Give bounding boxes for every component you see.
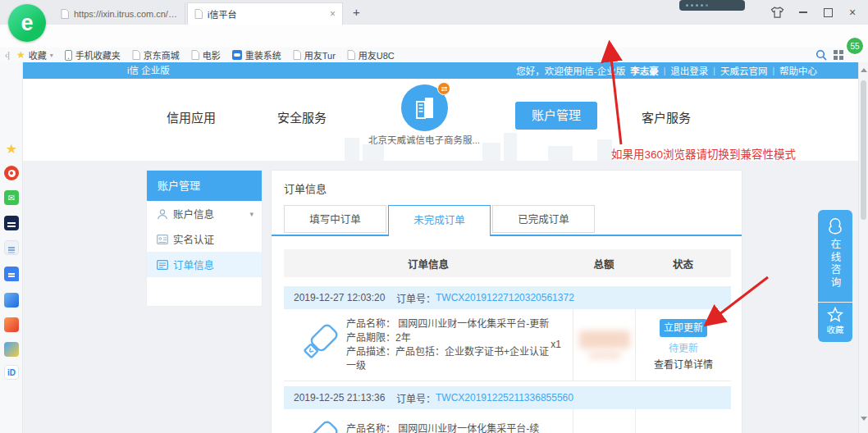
floating-widget: 在线咨询 收藏 [818,210,852,342]
game-icon-3[interactable] [4,342,19,357]
annotation-text: 如果用360浏览器请切换到兼容性模式 [611,145,796,162]
order-tabs: 填写中订单 未完成订单 已完成订单 [284,205,595,236]
site-topbar: i信 企业版 您好，欢迎使用i信-企业版 李志豪 | 退出登录 | 天威云官网 … [23,62,858,79]
online-consult-button[interactable]: 在线咨询 [818,210,852,302]
page-icon [293,50,301,60]
caret-down-icon: ▾ [50,52,53,59]
browser-tab-1[interactable]: https://ixin.itrus.com.cn/query [54,2,185,25]
close-tab-icon[interactable]: × [330,8,336,20]
page-icon [132,50,140,60]
tab-unfinished-orders[interactable]: 未完成订单 [388,205,491,236]
restore-button[interactable] [820,6,835,19]
sidebar-item-orders[interactable]: 订单信息 [147,252,262,277]
help-center-link[interactable]: 帮助中心 [779,64,817,77]
browser-toolbar: 证 企业 https://ixin.itrus.com.cn/billWeb e… [0,25,868,48]
order-row-header: 2019-12-25 21:13:36 订单号： TWCX20191225211… [284,386,731,409]
notification-badge[interactable]: 55 [845,36,865,56]
orders-panel: 订单信息 填写中订单 未完成订单 已完成订单 订单信息 总额 状态 2019-1… [271,170,742,433]
new-tab-button[interactable]: + [353,5,360,19]
scrollbar[interactable] [858,62,868,433]
topbar-links: 您好，欢迎使用i信-企业版 李志豪 | 退出登录 | 天威云官网 | 帮助中心 [516,62,817,79]
bookmark-search-icon[interactable] [815,49,827,61]
close-button[interactable]: × [845,6,860,19]
tab-title: https://ixin.itrus.com.cn/query [74,9,178,19]
product-term: 产品期限：2年 [346,331,558,345]
user-name: 李志豪 [630,64,659,77]
id-card-icon [157,235,168,244]
sidebar-item-account-info[interactable]: 账户信息 ▾ [147,201,262,226]
bookmark-yonyou-tur[interactable]: 用友Tur [293,48,336,62]
tab-finished-orders[interactable]: 已完成订单 [492,205,595,233]
nav-credit[interactable]: 信用应用 [146,108,236,125]
order-date: 2019-12-25 21:13:36 [294,392,396,403]
apps-grid-icon[interactable] [834,50,843,60]
view-order-detail-link[interactable]: 查看订单详情 [654,357,713,371]
order-no-label: 订单号： [396,391,436,405]
favorites-star-icon[interactable]: ★ [4,141,19,156]
scroll-up-icon[interactable] [861,68,867,72]
cloud-site-link[interactable]: 天威云官网 [720,64,768,77]
browser-window: https://ixin.itrus.com.cn/query i信平台 × +… [0,0,868,433]
skin-button[interactable] [770,6,784,19]
bookmark-phone-folder[interactable]: 手机收藏夹 [65,48,121,62]
status-text: 待更新 [669,340,698,354]
chat-icon[interactable] [4,267,19,281]
order-row-header: 2019-12-27 12:03:20 订单号： TWCX20191227120… [284,286,731,309]
page-icon [194,9,203,19]
nav-account-management[interactable]: 账户管理 [515,102,597,130]
nav-customer-service[interactable]: 客户服务 [621,108,711,125]
order-no-label: 订单号： [396,291,436,305]
minimize-button[interactable] [796,6,811,19]
page-icon [61,9,69,19]
col-status: 状态 [635,256,731,271]
bookmark-yonyou-u8c[interactable]: 用友U8C [347,48,395,62]
title-bar: https://ixin.itrus.com.cn/query i信平台 × +… [0,0,868,25]
browser-tab-2-active[interactable]: i信平台 × [187,2,343,25]
nav-security[interactable]: 安全服务 [257,108,347,125]
app-icon [232,50,242,60]
bookmark-favorites[interactable]: ★ 收藏 ▾ [16,48,53,62]
site-nav: 信用应用 安全服务 北京天威诚信电子商务服... 账户管理 客户服务 如果用36… [23,79,858,161]
product-name: 产品名称： 国网四川业财一体化集采平台-更新 [346,317,558,331]
logo-caption: 北京天威诚信电子商务服... [342,133,506,146]
id-app-icon[interactable]: iD [4,365,19,380]
tab-title: i信平台 [208,7,325,21]
logout-link[interactable]: 退出登录 [670,64,708,77]
bookmark-jd[interactable]: 京东商城 [132,48,180,62]
collect-label: 收藏 [827,323,844,335]
order-no-link[interactable]: TWCX20191225211336855560 [436,392,573,403]
collapse-sidebar-icon[interactable]: ‹| [5,51,10,60]
sidebar-item-realname[interactable]: 实名认证 [147,226,262,252]
weibo-icon[interactable] [4,166,19,180]
product-name: 产品名称： 国网四川业财一体化集采平台-续 [346,422,558,433]
building-icon [414,97,436,120]
phone-icon [65,50,72,61]
collect-button[interactable]: 收藏 [818,303,852,342]
mail-icon[interactable]: ✉ [4,190,19,205]
order-list-icon [157,260,168,270]
bookmark-movies[interactable]: 电影 [191,48,221,62]
scrollbar-thumb[interactable] [861,80,866,220]
star-icon: ★ [16,50,25,60]
game-icon-2[interactable] [4,317,19,332]
bookmark-reinstall[interactable]: 重装系统 [232,48,281,62]
update-now-button[interactable]: 立即更新 [660,319,707,337]
price-cell [573,309,635,381]
usb-drive-icon [297,319,340,370]
order-row-detail: 产品名称： 国网四川业财一体化集采平台-续 [284,409,731,433]
redacted-price-small [589,351,620,359]
sidebar-header: 账户管理 [147,171,262,201]
web-page: i信 企业版 您好，欢迎使用i信-企业版 李志豪 | 退出登录 | 天威云官网 … [23,62,858,433]
table-header: 订单信息 总额 状态 [284,249,731,277]
quantity: x1 [550,339,561,350]
game-icon-1[interactable] [4,293,19,308]
order-no-link[interactable]: TWCX20191227120320561372 [436,292,574,303]
notes-icon[interactable] [4,240,19,255]
scroll-down-icon[interactable] [861,417,867,421]
tab-filling-orders[interactable]: 填写中订单 [284,205,386,233]
app-shortcut-icon[interactable] [4,216,19,230]
col-order-info: 订单信息 [284,256,573,271]
browser-side-strip: ★ ✉ iD + [0,62,23,433]
recorder-overlay [679,0,745,11]
browser-logo: e [8,4,46,42]
